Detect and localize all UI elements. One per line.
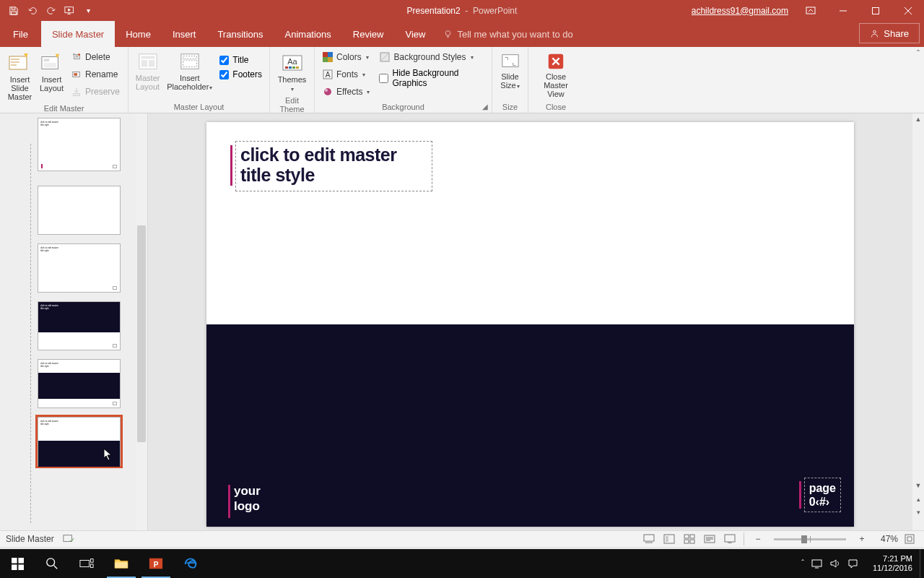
background-dialog-launcher-icon[interactable]: ◢ [480,101,490,111]
hide-background-checkbox[interactable]: Hide Background Graphics [376,66,487,90]
tab-home[interactable]: Home [115,21,162,47]
undo-icon[interactable] [23,2,41,20]
notes-button[interactable] [640,532,658,546]
edge-taskbar-icon[interactable] [173,549,208,578]
group-label: Edit Theme [274,96,310,115]
show-desktop-button[interactable] [920,549,924,578]
close-button[interactable] [892,0,924,21]
tell-me-search[interactable]: Tell me what you want to do [436,21,580,47]
colors-button[interactable]: Colors▾ [319,49,373,65]
qat-customize-icon[interactable]: ▾ [79,2,97,20]
reading-view-icon[interactable] [701,532,718,546]
document-name: Presentation2 [407,6,461,16]
layout-thumbnail-selected[interactable]: click to edit mastertitle style [38,417,121,466]
insert-layout-button[interactable]: Insert Layout [38,49,65,95]
slide-sorter-icon[interactable] [681,532,698,546]
insert-slide-master-button[interactable]: Insert Slide Master [4,49,35,104]
layout-thumbnail[interactable]: click to edit mastertitle style [38,301,121,350]
fonts-button[interactable]: AFonts▾ [319,66,373,82]
svg-rect-1 [806,7,815,14]
tab-transitions[interactable]: Transitions [206,21,274,47]
next-slide-icon[interactable]: ▾ [912,506,924,519]
spell-check-icon[interactable] [63,534,74,544]
group-edit-master: Insert Slide Master Insert Layout Delete… [0,47,128,113]
svg-rect-51 [18,564,24,570]
svg-rect-22 [285,66,288,69]
slideshow-icon[interactable] [721,532,738,546]
save-icon[interactable] [4,2,22,20]
placeholder-icon [179,52,201,72]
svg-rect-38 [644,535,654,541]
insert-placeholder-button[interactable]: Insert Placeholder▾ [165,49,214,95]
start-from-beginning-icon[interactable] [61,2,79,20]
thumbnail-pane: click to edit mastertitle style click to… [0,113,148,530]
thumbnail-scrollbar[interactable] [136,113,147,530]
minimize-button[interactable] [827,0,859,21]
layout-thumbnail[interactable]: click to edit mastertitle style [38,243,121,293]
scroll-up-icon[interactable]: ▲ [912,113,924,125]
taskbar-clock[interactable]: 7:21 PM 11/12/2016 [866,554,920,573]
start-button[interactable] [0,549,35,578]
status-view-label: Slide Master [6,534,54,544]
zoom-slider[interactable] [774,538,846,540]
tab-view[interactable]: View [394,21,436,47]
svg-rect-16 [149,60,154,66]
delete-button[interactable]: Delete [68,49,123,65]
svg-rect-43 [684,540,689,543]
powerpoint-taskbar-icon[interactable]: P [139,549,173,578]
slide-size-button[interactable]: Slide Size▾ [497,49,523,93]
title-checkbox[interactable]: Title [217,53,265,66]
title-placeholder[interactable]: click to edit master title style [235,141,432,191]
scroll-down-icon[interactable]: ▼ [912,480,924,491]
close-master-view-button[interactable]: Close Master View [533,49,579,101]
rename-button[interactable]: Rename [68,66,123,82]
fit-to-window-icon[interactable] [901,532,918,546]
zoom-in-button[interactable]: + [853,532,871,546]
action-center-icon[interactable] [847,558,858,569]
logo-placeholder[interactable]: your logo [234,483,261,514]
zoom-percent[interactable]: 47% [873,534,898,544]
ribbon-display-options-icon[interactable] [794,0,827,21]
task-view-button[interactable] [69,549,104,578]
layout-thumbnail[interactable]: click to edit mastertitle style [38,359,121,408]
background-styles-button[interactable]: Background Styles▾ [376,49,487,65]
zoom-out-button[interactable]: − [749,532,767,546]
page-text: page0‹#› [809,481,836,509]
prev-slide-icon[interactable]: ▴ [912,493,924,506]
preserve-button: Preserve [68,84,123,100]
account-link[interactable]: achildress91@gmail.com [692,6,788,16]
share-icon [870,29,879,38]
master-thumbnail[interactable]: click to edit mastertitle style [38,118,121,171]
tab-animations[interactable]: Animations [274,21,342,47]
page-number-placeholder[interactable]: page0‹#› [804,478,841,512]
effects-button[interactable]: Effects▾ [319,84,373,100]
maximize-button[interactable] [859,0,892,21]
tab-slide-master[interactable]: Slide Master [41,21,115,47]
vertical-scrollbar[interactable]: ▲ ▼ ▴ ▾ [912,113,924,530]
share-button[interactable]: Share [859,23,920,43]
layout-thumbnail[interactable] [38,186,121,235]
group-close: Close Master View Close [528,47,583,113]
volume-icon[interactable] [829,558,840,569]
fonts-icon: A [323,69,333,79]
tab-file[interactable]: File [0,21,41,47]
svg-rect-15 [141,60,147,66]
themes-button[interactable]: Aa Themes▾ [274,49,310,96]
svg-text:P: P [154,561,159,569]
footers-checkbox[interactable]: Footers [217,68,265,81]
svg-rect-24 [292,66,295,69]
slide[interactable]: click to edit master title style your lo… [206,122,854,527]
tab-insert[interactable]: Insert [162,21,207,47]
svg-rect-55 [90,564,93,568]
collapse-ribbon-icon[interactable]: ˆ [917,49,920,59]
file-explorer-taskbar-icon[interactable] [104,549,139,578]
normal-view-icon[interactable] [661,532,678,546]
group-edit-theme: Aa Themes▾ Edit Theme [270,47,315,113]
svg-rect-49 [18,558,24,564]
network-icon[interactable] [811,558,822,569]
search-button[interactable] [35,549,69,578]
tray-overflow-icon[interactable]: ˆ [801,558,804,569]
redo-icon[interactable] [42,2,60,20]
svg-rect-54 [90,559,93,563]
tab-review[interactable]: Review [342,21,395,47]
